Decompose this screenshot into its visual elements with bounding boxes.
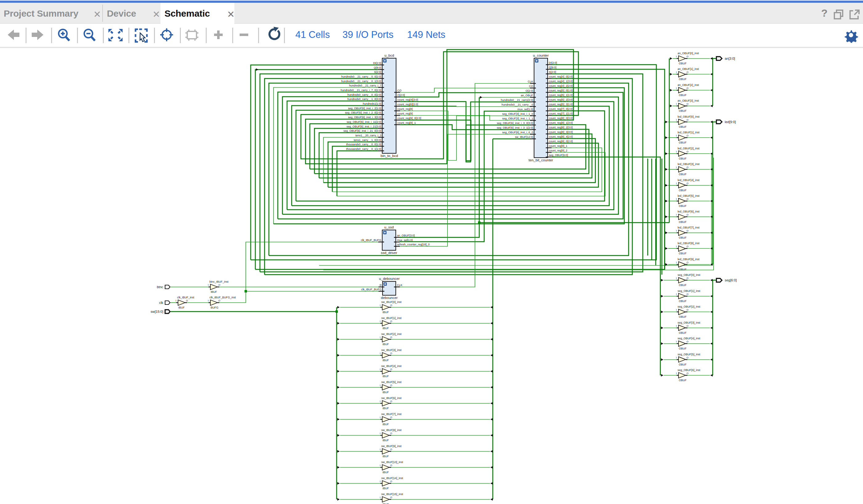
- svg-text:IBUF: IBUF: [211, 290, 217, 293]
- svg-text:I: I: [676, 182, 677, 185]
- svg-text:IBUF: IBUF: [383, 343, 389, 346]
- svg-text:seg_OBUF[6]_inst_i_3_1[2:0]: seg_OBUF[6]_inst_i_3_1[2:0]: [497, 126, 533, 129]
- svg-text:IBUF: IBUF: [383, 359, 389, 362]
- svg-text:led_OBUF[9]_inst: led_OBUF[9]_inst: [678, 258, 700, 261]
- svg-text:sw_IBUF[4]_inst: sw_IBUF[4]_inst: [381, 365, 402, 368]
- svg-text:thousands0_carry__0_0[1:0]: thousands0_carry__0_0[1:0]: [346, 143, 381, 146]
- svg-text:sw[15:0]: sw[15:0]: [151, 310, 163, 313]
- svg-text:count_reg[7]_1[1:0]: count_reg[7]_1[1:0]: [549, 112, 573, 115]
- svg-text:O: O: [687, 372, 688, 375]
- svg-text:an[3:0]: an[3:0]: [725, 56, 735, 60]
- svg-text:I: I: [380, 304, 380, 307]
- svg-text:DI[2:0]: DI[2:0]: [373, 62, 381, 65]
- svg-text:seg_OBUF[6]_inst_i_21[3:0]: seg_OBUF[6]_inst_i_21[3:0]: [347, 125, 381, 128]
- svg-text:I: I: [380, 464, 380, 467]
- svg-text:O: O: [390, 304, 392, 307]
- svg-text:seg_OBUF[3]_inst_i_1_1: seg_OBUF[3]_inst_i_1_1: [502, 117, 533, 120]
- svg-text:OBUF: OBUF: [679, 157, 687, 160]
- svg-text:OBUF: OBUF: [679, 268, 687, 271]
- svg-text:sw_IBUF[6]_inst: sw_IBUF[6]_inst: [381, 396, 402, 400]
- svg-text:u_bcd: u_bcd: [384, 53, 394, 57]
- svg-text:led[9:0]: led[9:0]: [725, 120, 736, 124]
- svg-text:tens1__20_carry_i_3: tens1__20_carry_i_3: [355, 134, 381, 137]
- svg-text:sw_IBUF[7]_inst: sw_IBUF[7]_inst: [381, 413, 402, 416]
- svg-text:sw_IBUF[14]_inst: sw_IBUF[14]_inst: [381, 477, 403, 480]
- svg-text:sw_IBUF[3]_inst: sw_IBUF[3]_inst: [381, 349, 402, 352]
- svg-text:sw_IBUF[0]_inst: sw_IBUF[0]_inst: [381, 301, 402, 304]
- svg-text:I: I: [676, 308, 677, 311]
- svg-text:count_reg[5]_0[1:0]: count_reg[5]_0[1:0]: [549, 89, 573, 92]
- svg-text:O: O: [390, 400, 392, 403]
- svg-text:IBUF: IBUF: [383, 311, 389, 314]
- svg-text:count_reg[4]_2[2:0]: count_reg[4]_2[2:0]: [549, 84, 573, 87]
- svg-text:count_reg[8]_2[3:0]: count_reg[8]_2[3:0]: [549, 126, 573, 129]
- svg-text:OBUF: OBUF: [679, 315, 687, 318]
- svg-text:OBUF: OBUF: [679, 189, 687, 192]
- svg-text:I: I: [380, 384, 380, 387]
- svg-text:BUFG: BUFG: [211, 306, 218, 309]
- svg-text:count_reg[8]_4[2:0]: count_reg[8]_4[2:0]: [549, 135, 573, 138]
- svg-text:seg_OBUF[6]_inst: seg_OBUF[6]_inst: [678, 368, 700, 371]
- svg-text:I: I: [676, 372, 677, 375]
- svg-text:I: I: [676, 325, 677, 327]
- svg-text:refresh_counter_reg[18]_0: refresh_counter_reg[18]_0: [397, 243, 430, 246]
- svg-text:D: D: [380, 284, 382, 287]
- svg-text:O: O: [218, 299, 220, 302]
- svg-text:OBUF: OBUF: [679, 173, 687, 176]
- svg-text:an_OBUF[0]_inst: an_OBUF[0]_inst: [678, 52, 699, 55]
- svg-text:IBUF: IBUF: [178, 306, 185, 309]
- svg-text:sw_IBUF[8]_inst: sw_IBUF[8]_inst: [381, 429, 402, 432]
- svg-text:O: O: [687, 245, 688, 248]
- svg-text:OBUF: OBUF: [679, 78, 687, 81]
- svg-text:IBUF: IBUF: [383, 375, 389, 378]
- svg-text:hundreds0__21_carry_i_7_0[2:0]: hundreds0__21_carry_i_7_0[2:0]: [341, 89, 381, 92]
- svg-text:OBUF: OBUF: [679, 331, 687, 335]
- svg-text:seg_OBUF[3]_inst_i_1_0: seg_OBUF[3]_inst_i_1_0: [502, 112, 533, 115]
- svg-text:I: I: [208, 299, 209, 302]
- svg-text:btnc_IBUF_inst: btnc_IBUF_inst: [210, 280, 228, 283]
- svg-text:ssd_driver: ssd_driver: [381, 251, 397, 255]
- svg-text:led_OBUF[7]_inst: led_OBUF[7]_inst: [678, 226, 700, 229]
- svg-text:Q[9:0]: Q[9:0]: [549, 66, 556, 69]
- svg-text:clk_IBUF_inst: clk_IBUF_inst: [177, 296, 194, 299]
- svg-text:Q[8:0]: Q[8:0]: [374, 66, 381, 69]
- svg-text:O: O: [687, 182, 688, 185]
- svg-text:O: O: [687, 308, 688, 311]
- svg-text:I: I: [676, 261, 677, 264]
- svg-text:O[2:0]: O[2:0]: [525, 89, 533, 92]
- svg-text:I: I: [676, 229, 677, 232]
- svg-text:ten_bit_counter: ten_bit_counter: [528, 158, 553, 162]
- svg-text:an_OBUF[2]_inst: an_OBUF[2]_inst: [678, 84, 699, 87]
- svg-text:clk: clk: [159, 301, 164, 304]
- svg-text:I: I: [676, 55, 677, 58]
- svg-text:I: I: [676, 102, 677, 105]
- svg-text:O: O: [687, 166, 688, 169]
- svg-text:I: I: [380, 496, 380, 499]
- svg-text:seg_OBUF[6]_inst_i_2_0[2:0]: seg_OBUF[6]_inst_i_2_0[2:0]: [345, 111, 381, 114]
- svg-text:led_OBUF[1]_inst: led_OBUF[1]_inst: [678, 131, 700, 134]
- svg-text:led_OBUF[8]_inst: led_OBUF[8]_inst: [678, 242, 700, 245]
- svg-text:count_reg[9]_0[2:0]: count_reg[9]_0[2:0]: [549, 140, 573, 143]
- svg-text:O: O: [687, 87, 688, 90]
- svg-text:an_OBUF[3:0]: an_OBUF[3:0]: [397, 234, 415, 237]
- svg-text:O: O: [687, 340, 688, 343]
- svg-text:hundreds0__21_carry__0_0[2:0]: hundreds0__21_carry__0_0[2:0]: [341, 75, 381, 78]
- svg-text:I: I: [380, 432, 380, 435]
- svg-text:IBUF: IBUF: [383, 391, 389, 394]
- svg-text:seg_OBUF[6:0]: seg_OBUF[6:0]: [549, 154, 568, 157]
- svg-text:O: O: [687, 293, 688, 295]
- svg-text:I: I: [380, 320, 380, 323]
- svg-text:I: I: [676, 150, 677, 153]
- svg-text:CO: CO: [397, 89, 402, 92]
- svg-text:O: O: [687, 213, 688, 216]
- svg-text:hundreds0_carry__1_0[3:0]: hundreds0_carry__1_0[3:0]: [347, 98, 381, 101]
- svg-text:mux_sel[1:0]: mux_sel[1:0]: [517, 108, 533, 111]
- svg-text:IBUF: IBUF: [383, 471, 389, 474]
- svg-text:OBUF: OBUF: [679, 284, 687, 287]
- svg-text:O: O: [687, 118, 688, 121]
- svg-text:O: O: [390, 384, 392, 387]
- svg-text:O: O: [687, 198, 688, 200]
- svg-text:O: O: [390, 352, 392, 355]
- svg-text:CLK: CLK: [528, 80, 533, 83]
- svg-text:count_reg[9]_1: count_reg[9]_1: [549, 144, 567, 148]
